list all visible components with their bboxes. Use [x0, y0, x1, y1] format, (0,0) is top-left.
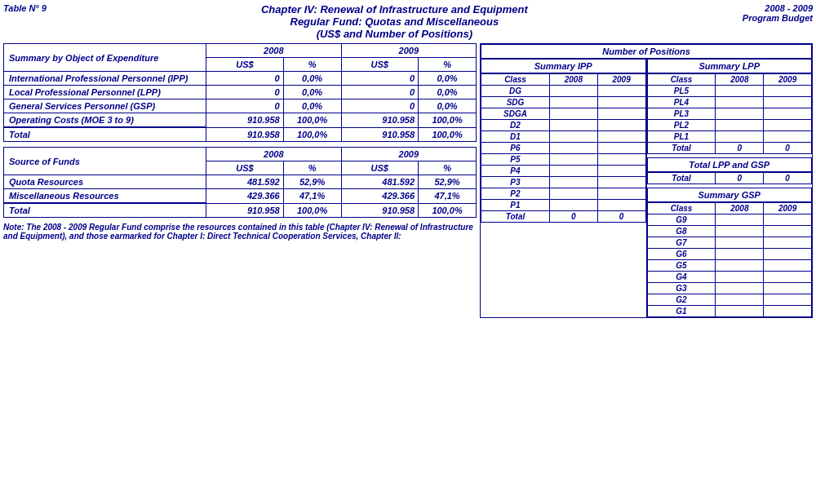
ipp-2008-5 [549, 143, 597, 154]
lpp-class-1: PL4 [647, 97, 716, 108]
src-p2009-2: 100,0% [419, 203, 477, 218]
src-v2009-2: 910.958 [341, 203, 419, 218]
ipp-block: Summary IPP Class 2008 2009 DG [481, 59, 647, 317]
src-p2009-1: 47,1% [419, 189, 477, 204]
page: Table N° 9 Chapter IV: Renewal of Infras… [0, 0, 816, 504]
ipp-2009-9 [597, 188, 645, 200]
ipp-2008-1 [549, 97, 597, 108]
left-panel: Summary by Object of Expenditure 2008 20… [3, 43, 477, 318]
total-lpp-gsp-table: Total 0 0 [647, 172, 813, 184]
lpp-total-2009: 0 [764, 143, 812, 154]
src-row-label-0: Quota Resources [4, 175, 206, 189]
gsp-2008-2 [716, 237, 764, 249]
ipp-total-2009: 0 [597, 211, 645, 223]
ipp-2008-3 [549, 120, 597, 131]
exp-p2009-3: 100,0% [419, 113, 477, 128]
lpp-header: Summary LPP [647, 59, 813, 73]
gsp-2008-4 [716, 260, 764, 272]
source-us-2009: US$ [341, 161, 419, 175]
src-v2008-0: 481.592 [206, 175, 284, 189]
ipp-class-col: Class [481, 74, 550, 86]
ipp-2009-8 [597, 177, 645, 188]
ipp-2008-8 [549, 177, 597, 188]
lpp-2009-1 [764, 97, 812, 108]
ipp-header: Summary IPP [481, 59, 646, 73]
total-lpp-gsp-header: Total LPP and GSP [647, 157, 813, 172]
src-p2008-2: 100,0% [283, 203, 341, 218]
ipp-2009-3 [597, 120, 645, 131]
lpp-class-3: PL2 [647, 120, 716, 131]
src-v2008-1: 429.366 [206, 189, 284, 204]
lpp-class-4: PL1 [647, 131, 716, 143]
ipp-class-4: D1 [481, 131, 550, 143]
note-text: Note: The 2008 - 2009 Regular Fund compr… [3, 223, 477, 241]
gsp-header: Summary GSP [647, 188, 813, 202]
year-2009-header: 2009 [341, 44, 476, 58]
exp-p2008-1: 0,0% [283, 86, 341, 99]
expenditure-header: Summary by Object of Expenditure [4, 44, 206, 72]
num-positions-header: Number of Positions [481, 44, 812, 59]
gsp-class-2: G7 [647, 237, 716, 249]
ipp-class-9: P2 [481, 188, 550, 200]
ipp-class-8: P3 [481, 177, 550, 188]
ipp-table: Class 2008 2009 DG SDG SDGA D2 [481, 73, 646, 223]
exp-v2009-0: 0 [341, 72, 419, 86]
gsp-class-0: G9 [647, 214, 716, 226]
ipp-class-5: P6 [481, 143, 550, 154]
gsp-2008-5 [716, 272, 764, 283]
pct-col-2008: % [283, 58, 341, 72]
lpp-2009-2 [764, 108, 812, 120]
src-v2009-1: 429.366 [341, 189, 419, 204]
ipp-2008-4 [549, 131, 597, 143]
exp-v2008-4: 910.958 [206, 127, 284, 142]
exp-v2009-2: 0 [341, 99, 419, 113]
lpp-2008-3 [716, 120, 764, 131]
table-number: Table N° 9 [3, 3, 47, 13]
lpp-2008-col: 2008 [716, 74, 764, 86]
src-row-label-1: Miscellaneous Resources [4, 189, 206, 204]
lpp-total-2008: 0 [716, 143, 764, 154]
ipp-2008-2 [549, 108, 597, 120]
lpp-class-0: PL5 [647, 86, 716, 97]
ipp-2009-5 [597, 143, 645, 154]
src-p2008-0: 52,9% [283, 175, 341, 189]
lpp-2009-3 [764, 120, 812, 131]
exp-v2009-1: 0 [341, 86, 419, 99]
gsp-2009-0 [764, 214, 812, 226]
gsp-table: Class 2008 2009 G9 G8 G7 G6 [647, 202, 813, 317]
lpp-2009-col: 2009 [764, 74, 812, 86]
ipp-2008-0 [549, 86, 597, 97]
exp-p2009-2: 0,0% [419, 99, 477, 113]
source-year-2009: 2009 [341, 148, 476, 161]
ipp-2009-10 [597, 200, 645, 211]
gsp-2009-7 [764, 294, 812, 306]
ipp-2009-0 [597, 86, 645, 97]
gsp-2009-5 [764, 272, 812, 283]
ipp-2009-1 [597, 97, 645, 108]
gsp-2009-8 [764, 306, 812, 317]
us-col-2008: US$ [206, 58, 284, 72]
gsp-2009-6 [764, 283, 812, 294]
exp-p2008-3: 100,0% [283, 113, 341, 128]
page-title: Chapter IV: Renewal of Infrastructure an… [47, 3, 743, 40]
ipp-2008-10 [549, 200, 597, 211]
ipp-class-0: DG [481, 86, 550, 97]
gsp-2008-col: 2008 [716, 203, 764, 214]
exp-v2009-4: 910.958 [341, 127, 419, 142]
exp-v2009-3: 910.958 [341, 113, 419, 128]
exp-v2008-0: 0 [206, 72, 284, 86]
lpp-block: Summary LPP Class 2008 2009 PL5 [647, 59, 813, 317]
us-col-2009: US$ [341, 58, 419, 72]
ipp-2009-7 [597, 166, 645, 177]
exp-row-label-1: Local Professional Personnel (LPP) [4, 86, 206, 99]
total-lpp-gsp-label: Total [647, 173, 716, 184]
ipp-total-label: Total [481, 211, 550, 223]
src-p2008-1: 47,1% [283, 189, 341, 204]
src-p2009-0: 52,9% [419, 175, 477, 189]
src-row-label-2: Total [4, 203, 206, 218]
ipp-2009-2 [597, 108, 645, 120]
lpp-2008-0 [716, 86, 764, 97]
gsp-class-1: G8 [647, 226, 716, 237]
source-us-2008: US$ [206, 161, 284, 175]
total-lpp-gsp-2009: 0 [764, 173, 812, 184]
